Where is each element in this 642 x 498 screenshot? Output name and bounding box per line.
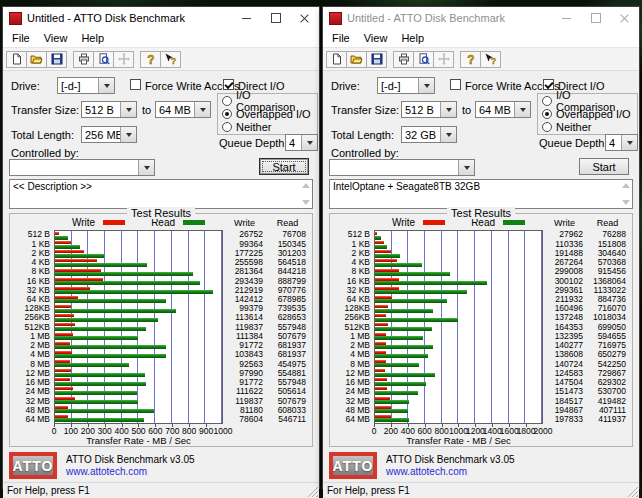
help-button[interactable]: ? — [140, 51, 161, 68]
transfer-size-to-select[interactable]: 64 MB — [475, 101, 531, 118]
io-comparison-radio[interactable] — [222, 96, 232, 106]
overlapped-io-radio[interactable] — [542, 109, 552, 119]
menu-view[interactable]: View — [37, 32, 75, 44]
controlled-by-select[interactable] — [9, 159, 155, 176]
read-bar — [55, 382, 146, 386]
io-comparison-option[interactable]: I/O Comparison — [222, 95, 313, 107]
direct-io-checkbox[interactable] — [543, 79, 554, 90]
transfer-size-to-select[interactable]: 64 MB — [155, 101, 211, 118]
resize-grip[interactable] — [307, 486, 318, 497]
help-button[interactable]: ? — [460, 51, 481, 68]
drive-select[interactable]: [-d-] — [57, 77, 115, 94]
x-tick-label: 0 — [372, 426, 377, 436]
dropdown-arrow-icon[interactable] — [440, 127, 456, 142]
dropdown-arrow-icon[interactable] — [621, 135, 637, 150]
app-window: Untitled - ATTO Disk Benchmark File View… — [322, 6, 640, 489]
dropdown-arrow-icon[interactable] — [138, 160, 154, 175]
scroll-down-icon[interactable] — [622, 200, 630, 205]
open-file-button[interactable] — [346, 51, 367, 68]
read-value: 650279 — [586, 350, 629, 359]
controlled-by-section: Controlled by: Start — [3, 149, 319, 177]
save-button[interactable] — [366, 51, 387, 68]
context-help-button[interactable]: ? — [160, 51, 181, 68]
direct-io-checkbox[interactable] — [223, 79, 234, 90]
neither-option[interactable]: Neither — [222, 121, 313, 133]
transfer-size-from-select[interactable]: 512 B — [401, 101, 457, 118]
transfer-size-from-select[interactable]: 512 B — [81, 101, 137, 118]
x-axis-ticks: 01002003004005006007008009001000 — [54, 424, 223, 435]
print-preview-button[interactable] — [93, 51, 114, 68]
drive-select[interactable]: [-d-] — [377, 77, 435, 94]
value-row: 111622505614 — [223, 387, 309, 396]
total-length-select[interactable]: 256 MB — [81, 126, 137, 143]
description-field[interactable]: IntelOptane + Seagate8TB 32GB — [329, 179, 633, 209]
status-bar: For Help, press F1 — [3, 482, 319, 498]
menu-help[interactable]: Help — [394, 32, 431, 44]
minimize-button[interactable] — [232, 7, 261, 29]
open-file-button[interactable] — [26, 51, 47, 68]
neither-option[interactable]: Neither — [542, 121, 633, 133]
read-bar — [375, 336, 423, 340]
total-length-select[interactable]: 32 GB — [401, 126, 457, 143]
pan-button[interactable] — [433, 51, 454, 68]
overlapped-io-option[interactable]: Overlapped I/O — [542, 108, 633, 120]
chart-row — [55, 286, 222, 295]
chart-row-label: 256KB — [332, 313, 374, 322]
dropdown-arrow-icon[interactable] — [458, 160, 474, 175]
controlled-by-select[interactable] — [329, 159, 475, 176]
website-link[interactable]: www.attotech.com — [386, 466, 515, 477]
scroll-down-icon[interactable] — [302, 200, 310, 205]
maximize-button[interactable] — [581, 7, 610, 29]
dropdown-arrow-icon[interactable] — [120, 127, 136, 142]
dropdown-arrow-icon[interactable] — [440, 102, 456, 117]
neither-radio[interactable] — [542, 122, 552, 132]
overlapped-io-radio[interactable] — [222, 109, 232, 119]
chart-row — [55, 322, 222, 331]
start-button[interactable]: Start — [579, 158, 629, 175]
dropdown-arrow-icon[interactable] — [120, 102, 136, 117]
open-file-icon — [350, 53, 363, 65]
test-results-title: Test Results — [447, 207, 515, 219]
dropdown-arrow-icon[interactable] — [514, 102, 530, 117]
write-value: 191488 — [543, 249, 586, 258]
close-button[interactable] — [610, 7, 639, 29]
pan-button[interactable] — [113, 51, 134, 68]
menu-file[interactable]: File — [325, 32, 357, 44]
read-bar — [55, 290, 213, 294]
dropdown-arrow-icon[interactable] — [418, 78, 434, 93]
dropdown-arrow-icon[interactable] — [98, 78, 114, 93]
io-comparison-option[interactable]: I/O Comparison — [542, 95, 633, 107]
print-button[interactable] — [73, 51, 94, 68]
io-comparison-radio[interactable] — [542, 96, 552, 106]
context-help-button[interactable]: ? — [480, 51, 501, 68]
overlapped-io-label: Overlapped I/O — [236, 108, 311, 120]
title-bar[interactable]: Untitled - ATTO Disk Benchmark — [3, 7, 319, 29]
menu-help[interactable]: Help — [74, 32, 111, 44]
force-write-access-checkbox[interactable] — [450, 79, 461, 90]
scroll-up-icon[interactable] — [622, 183, 630, 188]
print-button[interactable] — [393, 51, 414, 68]
description-field[interactable]: << Description >> — [9, 179, 313, 209]
new-file-button[interactable] — [326, 51, 347, 68]
new-file-button[interactable] — [6, 51, 27, 68]
x-tick-label: 400 — [115, 426, 129, 436]
dropdown-arrow-icon[interactable] — [194, 102, 210, 117]
dropdown-arrow-icon[interactable] — [301, 135, 317, 150]
resize-grip[interactable] — [627, 486, 638, 497]
minimize-button[interactable] — [552, 7, 581, 29]
start-button[interactable]: Start — [259, 158, 309, 175]
neither-radio[interactable] — [222, 122, 232, 132]
menu-file[interactable]: File — [5, 32, 37, 44]
overlapped-io-option[interactable]: Overlapped I/O — [222, 108, 313, 120]
maximize-button[interactable] — [261, 7, 290, 29]
read-bar — [55, 245, 80, 249]
save-button[interactable] — [46, 51, 67, 68]
title-bar[interactable]: Untitled - ATTO Disk Benchmark — [323, 7, 639, 29]
website-link[interactable]: www.attotech.com — [66, 466, 195, 477]
menu-view[interactable]: View — [357, 32, 395, 44]
print-preview-button[interactable] — [413, 51, 434, 68]
scroll-up-icon[interactable] — [302, 183, 310, 188]
force-write-access-checkbox[interactable] — [130, 79, 141, 90]
transfer-size-label: Transfer Size: — [11, 104, 79, 116]
close-button[interactable] — [290, 7, 319, 29]
